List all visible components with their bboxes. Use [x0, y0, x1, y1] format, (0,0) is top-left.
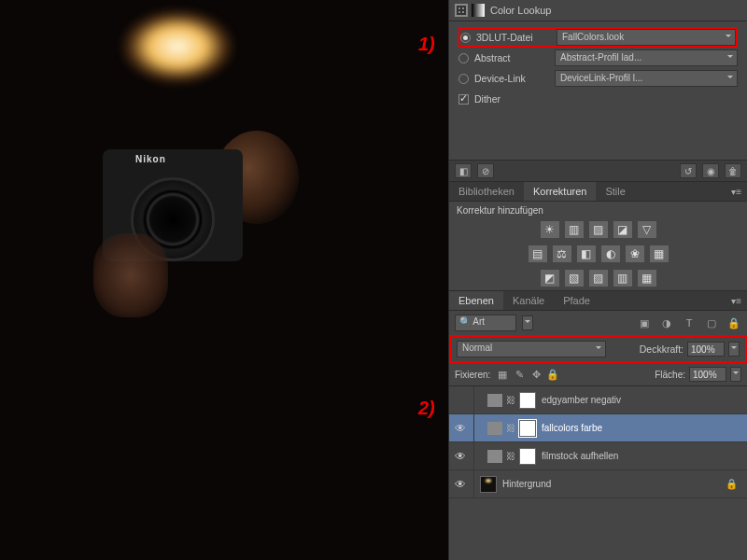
blend-mode-dropdown[interactable]: Normal — [457, 341, 606, 357]
adjustments-grid-3: ◩ ▧ ▨ ▥ ▦ — [449, 266, 747, 290]
visibility-button[interactable]: ◉ — [702, 163, 719, 178]
layer-row[interactable]: 👁 ⛓ fallcolors farbe — [449, 414, 747, 442]
adj-threshold-icon[interactable]: ▨ — [589, 270, 608, 287]
layer-row[interactable]: 👁 Hintergrund 🔒 — [449, 470, 747, 498]
link-icon: ⛓ — [506, 395, 515, 405]
tab-paths[interactable]: Pfade — [554, 291, 599, 310]
lock-icon: 🔒 — [726, 478, 738, 490]
row-3dlut: 3DLUT-Datei FallColors.look — [458, 27, 738, 48]
lock-position-icon[interactable]: ✥ — [529, 368, 543, 381]
adj-vibrance-icon[interactable]: ▽ — [638, 221, 656, 238]
eye-icon[interactable]: 👁 — [453, 422, 468, 435]
dropdown-abstract[interactable]: Abstract-Profil lad... — [555, 49, 738, 66]
adj-selectivecolor-icon[interactable]: ▦ — [638, 270, 656, 287]
clip-button[interactable]: ◧ — [455, 163, 472, 178]
opacity-label: Deckkraft: — [640, 343, 684, 355]
tab-libraries[interactable]: Bibliotheken — [449, 182, 524, 201]
layer-filter-dropdown[interactable]: 🔍 Art — [455, 315, 516, 331]
annotation-1: 1) — [418, 34, 435, 55]
layer-name: Hintergrund — [502, 479, 551, 489]
opacity-dd-icon[interactable] — [728, 342, 740, 357]
document-canvas[interactable]: Nikon — [0, 0, 448, 560]
tab-adjustments[interactable]: Korrekturen — [524, 182, 596, 201]
photo-camera-brand: Nikon — [135, 154, 166, 164]
grid-icon — [455, 4, 468, 17]
mask-thumb[interactable] — [519, 448, 536, 465]
radio-3dlut[interactable] — [460, 33, 471, 43]
properties-button-bar: ◧ ⊘ ↺ ◉ 🗑 — [449, 160, 747, 181]
filter-smart-icon[interactable]: 🔒 — [726, 316, 741, 329]
dropdown-3dlut[interactable]: FallColors.look — [557, 29, 736, 46]
adjustments-grid-2: ▤ ⚖ ◧ ◐ ❀ ▦ — [449, 242, 747, 266]
layer-filter-dd-icon[interactable] — [522, 315, 533, 330]
row-devicelink: Device-Link DeviceLink-Profil l... — [458, 68, 738, 89]
filter-pixel-icon[interactable]: ▣ — [637, 316, 652, 329]
photo-hand — [93, 233, 168, 317]
layer-name: filmstock aufhellen — [542, 451, 618, 461]
fill-label: Fläche: — [655, 370, 685, 380]
adj-colorbalance-icon[interactable]: ⚖ — [553, 245, 571, 262]
annotation-2: 2) — [418, 398, 435, 419]
dropdown-devicelink[interactable]: DeviceLink-Profil l... — [555, 70, 738, 87]
lock-pixels-icon[interactable]: ✎ — [513, 368, 526, 381]
adj-invert-icon[interactable]: ◩ — [541, 270, 559, 287]
filter-shape-icon[interactable]: ▢ — [704, 316, 719, 329]
adj-channelmixer-icon[interactable]: ❀ — [626, 245, 644, 262]
filter-adjustment-icon[interactable]: ◑ — [659, 316, 674, 329]
adj-bw-icon[interactable]: ◧ — [577, 245, 596, 262]
adj-thumb-icon — [487, 394, 502, 407]
adj-exposure-icon[interactable]: ◪ — [613, 221, 632, 238]
tab-styles[interactable]: Stile — [596, 182, 634, 201]
adj-hue-icon[interactable]: ▤ — [529, 245, 547, 262]
fill-dd-icon[interactable] — [730, 367, 741, 382]
panel-title: Color Lookup — [490, 5, 551, 16]
tab-layers[interactable]: Ebenen — [449, 291, 503, 310]
fill-input[interactable] — [689, 367, 726, 382]
lock-transparent-icon[interactable]: ▦ — [496, 368, 509, 381]
opacity-input[interactable] — [687, 342, 725, 357]
layer-list: ⛓ edgyamber negativ 👁 ⛓ fallcolors farbe… — [449, 385, 747, 498]
filter-type-icon[interactable]: T — [682, 316, 697, 329]
panel-header-color-lookup: Color Lookup — [449, 0, 747, 21]
eye-icon[interactable]: 👁 — [453, 478, 468, 491]
link-icon: ⛓ — [506, 423, 515, 433]
layer-filter-row: 🔍 Art ▣ ◑ T ▢ 🔒 — [449, 311, 747, 335]
adj-colorlookup-icon[interactable]: ▦ — [650, 245, 669, 262]
radio-devicelink[interactable] — [458, 74, 469, 84]
label-3dlut: 3DLUT-Datei — [476, 32, 551, 43]
label-devicelink: Device-Link — [474, 73, 549, 84]
adj-levels-icon[interactable]: ▥ — [565, 221, 584, 238]
adj-curves-icon[interactable]: ▨ — [589, 221, 608, 238]
lock-fill-row: Fixieren: ▦ ✎ ✥ 🔒 Fläche: — [449, 363, 747, 385]
mask-thumb[interactable] — [519, 420, 536, 437]
eye-icon[interactable]: 👁 — [453, 450, 468, 463]
radio-abstract[interactable] — [458, 53, 469, 63]
layer-name: edgyamber negativ — [542, 395, 621, 405]
adj-posterize-icon[interactable]: ▧ — [565, 270, 584, 287]
label-dither: Dither — [474, 93, 500, 105]
adjustments-hint: Korrektur hinzufügen — [449, 202, 747, 217]
panel-menu-icon[interactable]: ▾≡ — [726, 187, 747, 197]
layers-menu-icon[interactable]: ▾≡ — [726, 296, 747, 306]
layer-name: fallcolors farbe — [542, 423, 602, 433]
mask-thumb[interactable] — [519, 392, 536, 409]
adj-photofilter-icon[interactable]: ◐ — [601, 245, 620, 262]
lock-label: Fixieren: — [455, 370, 490, 380]
tab-channels[interactable]: Kanäle — [503, 291, 554, 310]
layer-row[interactable]: ⛓ edgyamber negativ — [449, 386, 747, 414]
delete-button[interactable]: 🗑 — [725, 163, 741, 178]
row-abstract: Abstract Abstract-Profil lad... — [458, 48, 738, 68]
blend-opacity-row: Normal Deckkraft: — [449, 335, 747, 363]
adj-brightness-icon[interactable]: ☀ — [541, 221, 559, 238]
view-previous-button[interactable]: ⊘ — [477, 163, 494, 178]
panels-sidebar: Color Lookup 3DLUT-Datei FallColors.look… — [448, 0, 747, 560]
reset-button[interactable]: ↺ — [680, 163, 697, 178]
checkbox-dither[interactable] — [458, 94, 469, 105]
adj-gradientmap-icon[interactable]: ▥ — [613, 270, 632, 287]
link-icon: ⛓ — [506, 451, 515, 461]
layer-row[interactable]: 👁 ⛓ filmstock aufhellen — [449, 442, 747, 470]
lock-all-icon[interactable]: 🔒 — [546, 368, 559, 381]
tabs-layers: Ebenen Kanäle Pfade ▾≡ — [449, 290, 747, 311]
layer-thumbnail[interactable] — [480, 476, 497, 493]
color-lookup-properties: 3DLUT-Datei FallColors.look Abstract Abs… — [449, 21, 747, 160]
